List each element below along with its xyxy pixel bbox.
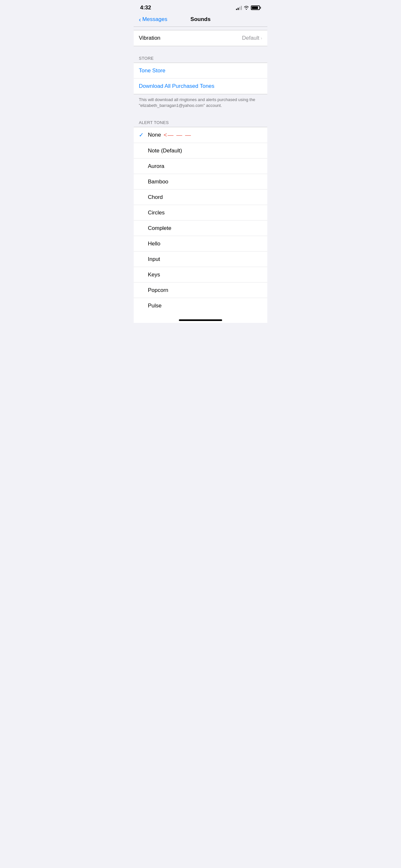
- tone-circles-label: Circles: [148, 210, 165, 216]
- tone-none-row[interactable]: ✓ None <— — —: [134, 127, 267, 143]
- tone-input-row[interactable]: Input: [134, 252, 267, 267]
- tone-store-label: Tone Store: [139, 67, 165, 74]
- nav-bar: ‹ Messages Sounds: [134, 13, 267, 27]
- tone-chord-row[interactable]: Chord: [134, 190, 267, 205]
- store-list: Tone Store Download All Purchased Tones: [134, 63, 267, 94]
- tone-keys-row[interactable]: Keys: [134, 267, 267, 283]
- vibration-value: Default: [242, 35, 259, 41]
- alert-tones-list: ✓ None <— — — Note (Default) Aurora Bamb…: [134, 127, 267, 314]
- tone-hello-label: Hello: [148, 241, 160, 247]
- battery-icon: [251, 5, 261, 10]
- status-icons: [236, 5, 261, 10]
- tone-store-row[interactable]: Tone Store: [134, 63, 267, 79]
- back-chevron-icon: ‹: [139, 16, 141, 23]
- tone-aurora-label: Aurora: [148, 163, 164, 169]
- tone-pulse-row[interactable]: Pulse: [134, 298, 267, 314]
- tone-note-row[interactable]: Note (Default): [134, 143, 267, 159]
- chevron-right-icon: ›: [260, 35, 262, 41]
- signal-bars-icon: [236, 5, 242, 10]
- checkmark-icon: ✓: [139, 131, 148, 138]
- download-tones-row[interactable]: Download All Purchased Tones: [134, 79, 267, 94]
- tone-hello-row[interactable]: Hello: [134, 236, 267, 252]
- tone-note-label: Note (Default): [148, 148, 182, 154]
- status-time: 4:32: [140, 4, 151, 11]
- tone-complete-row[interactable]: Complete: [134, 221, 267, 236]
- tone-chord-label: Chord: [148, 194, 163, 200]
- vibration-label: Vibration: [139, 35, 160, 41]
- back-button[interactable]: ‹ Messages: [139, 16, 167, 23]
- tone-bamboo-row[interactable]: Bamboo: [134, 174, 267, 190]
- tone-circles-row[interactable]: Circles: [134, 205, 267, 221]
- page-title: Sounds: [190, 16, 211, 23]
- vibration-row[interactable]: Vibration Default ›: [134, 30, 267, 46]
- tone-none-label: None: [148, 132, 161, 138]
- home-bar: [179, 319, 222, 321]
- tone-popcorn-label: Popcorn: [148, 287, 168, 293]
- annotation-arrow: <— — —: [164, 132, 192, 138]
- wifi-icon: [244, 6, 249, 10]
- tone-pulse-label: Pulse: [148, 303, 162, 309]
- tone-complete-label: Complete: [148, 225, 172, 231]
- tone-keys-label: Keys: [148, 272, 160, 278]
- status-bar: 4:32: [134, 0, 267, 13]
- alert-tones-section-header: ALERT TONES: [134, 114, 267, 127]
- tone-popcorn-row[interactable]: Popcorn: [134, 283, 267, 298]
- tone-bamboo-label: Bamboo: [148, 179, 168, 185]
- tone-input-label: Input: [148, 256, 160, 262]
- vibration-section: Vibration Default ›: [134, 30, 267, 46]
- spacer-2: [134, 46, 267, 50]
- spacer-1: [134, 27, 267, 30]
- vibration-value-container: Default ›: [242, 35, 262, 41]
- tone-aurora-row[interactable]: Aurora: [134, 159, 267, 174]
- download-tones-label: Download All Purchased Tones: [139, 83, 214, 89]
- store-section-header: STORE: [134, 50, 267, 63]
- store-footer: This will download all ringtones and ale…: [134, 94, 267, 114]
- home-indicator: [134, 317, 267, 323]
- back-label: Messages: [143, 16, 167, 23]
